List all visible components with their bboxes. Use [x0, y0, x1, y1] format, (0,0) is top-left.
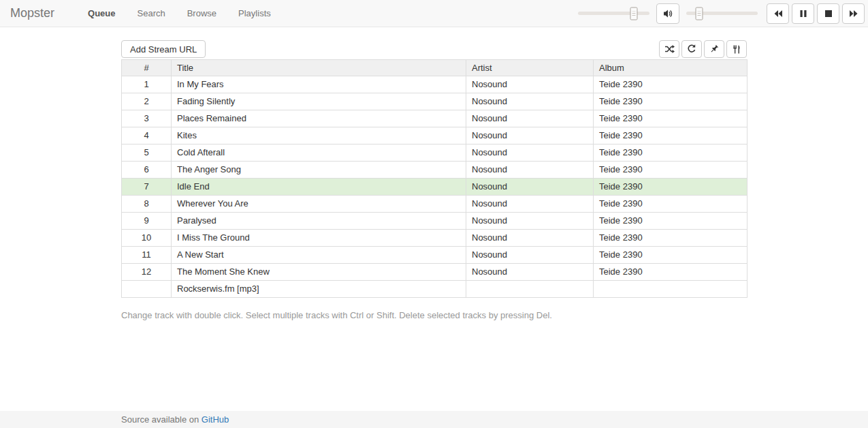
- app-brand[interactable]: Mopster: [0, 0, 65, 27]
- cell-album: Teide 2390: [594, 144, 748, 162]
- cell-number: [122, 281, 172, 298]
- track-row[interactable]: 6 The Anger Song Nosound Teide 2390: [122, 162, 748, 179]
- player-controls: [578, 0, 865, 27]
- cell-album: Teide 2390: [594, 127, 748, 144]
- cell-title: Rockserwis.fm [mp3]: [172, 281, 466, 298]
- cell-number: 9: [122, 213, 172, 230]
- track-row[interactable]: 4 Kites Nosound Teide 2390: [122, 127, 748, 144]
- volume-slider-handle[interactable]: [630, 7, 637, 20]
- cell-title: I Miss The Ground: [172, 230, 466, 247]
- track-row[interactable]: 12 The Moment She Knew Nosound Teide 239…: [122, 264, 748, 281]
- pin-icon: [709, 44, 719, 54]
- cell-artist: Nosound: [466, 230, 594, 247]
- queue-table-header-row: # Title Artist Album: [122, 60, 748, 76]
- cell-album: Teide 2390: [594, 93, 748, 110]
- cell-artist: Nosound: [466, 196, 594, 213]
- cell-number: 7: [122, 179, 172, 196]
- column-header-title: Title: [172, 60, 466, 76]
- shuffle-button[interactable]: [659, 40, 679, 58]
- next-icon: [849, 10, 858, 18]
- column-header-album: Album: [594, 60, 748, 76]
- track-row[interactable]: 8 Wherever You Are Nosound Teide 2390: [122, 196, 748, 213]
- track-row[interactable]: 3 Places Remained Nosound Teide 2390: [122, 110, 748, 127]
- stream-row[interactable]: Rockserwis.fm [mp3]: [122, 281, 748, 298]
- shuffle-icon: [664, 45, 675, 53]
- cell-artist: Nosound: [466, 76, 594, 93]
- pause-button[interactable]: [792, 3, 814, 24]
- cell-title: Places Remained: [172, 110, 466, 127]
- column-header-artist: Artist: [466, 60, 594, 76]
- add-stream-url-button[interactable]: Add Stream URL: [121, 40, 206, 58]
- nav-item-search[interactable]: Search: [127, 0, 176, 27]
- main-nav: Queue Search Browse Playlists: [77, 0, 282, 27]
- cell-number: 1: [122, 76, 172, 93]
- cell-title: Cold Afterall: [172, 144, 466, 162]
- playback-buttons: [767, 3, 865, 24]
- repeat-button[interactable]: [681, 40, 702, 58]
- track-row[interactable]: 7 Idle End Nosound Teide 2390: [122, 179, 748, 196]
- cell-artist: Nosound: [466, 127, 594, 144]
- cell-artist: Nosound: [466, 144, 594, 162]
- cell-album: Teide 2390: [594, 179, 748, 196]
- track-row[interactable]: 11 A New Start Nosound Teide 2390: [122, 247, 748, 264]
- cell-number: 2: [122, 93, 172, 110]
- cell-artist: Nosound: [466, 162, 594, 179]
- github-link[interactable]: GitHub: [202, 414, 229, 425]
- track-row[interactable]: 1 In My Fears Nosound Teide 2390: [122, 76, 748, 93]
- stop-button[interactable]: [817, 3, 839, 24]
- nav-item-browse[interactable]: Browse: [176, 0, 227, 27]
- cell-album: Teide 2390: [594, 264, 748, 281]
- cell-title: Idle End: [172, 179, 466, 196]
- volume-up-icon: [662, 9, 673, 18]
- cell-number: 3: [122, 110, 172, 127]
- cell-album: Teide 2390: [594, 110, 748, 127]
- cell-title: The Anger Song: [172, 162, 466, 179]
- track-row[interactable]: 2 Fading Silently Nosound Teide 2390: [122, 93, 748, 110]
- mute-button[interactable]: [656, 3, 679, 24]
- cell-number: 10: [122, 230, 172, 247]
- next-button[interactable]: [842, 3, 865, 24]
- cell-album: Teide 2390: [594, 196, 748, 213]
- previous-icon: [773, 10, 783, 18]
- cell-artist: Nosound: [466, 179, 594, 196]
- cell-title: Fading Silently: [172, 93, 466, 110]
- nav-item-playlists[interactable]: Playlists: [227, 0, 282, 27]
- cell-title: Kites: [172, 127, 466, 144]
- previous-button[interactable]: [767, 3, 789, 24]
- cell-artist: Nosound: [466, 213, 594, 230]
- cell-number: 8: [122, 196, 172, 213]
- cell-title: In My Fears: [172, 76, 466, 93]
- cell-number: 12: [122, 264, 172, 281]
- consume-button[interactable]: [726, 40, 747, 58]
- cell-album: Teide 2390: [594, 230, 748, 247]
- seek-slider[interactable]: [686, 12, 758, 15]
- seek-slider-handle[interactable]: [695, 7, 703, 20]
- cell-number: 6: [122, 162, 172, 179]
- cell-album: Teide 2390: [594, 213, 748, 230]
- queue-table-body: 1 In My Fears Nosound Teide 2390 2 Fadin…: [122, 76, 748, 298]
- pin-button[interactable]: [704, 40, 724, 58]
- navbar: Mopster Queue Search Browse Playlists: [0, 0, 868, 27]
- repeat-icon: [687, 44, 696, 54]
- cell-album: [594, 281, 748, 298]
- cell-artist: Nosound: [466, 110, 594, 127]
- cell-artist: [466, 281, 594, 298]
- track-row[interactable]: 9 Paralysed Nosound Teide 2390: [122, 213, 748, 230]
- cell-title: A New Start: [172, 247, 466, 264]
- cell-album: Teide 2390: [594, 247, 748, 264]
- consume-icon: [733, 45, 741, 54]
- nav-item-queue[interactable]: Queue: [77, 0, 126, 27]
- cell-title: Paralysed: [172, 213, 466, 230]
- track-row[interactable]: 10 I Miss The Ground Nosound Teide 2390: [122, 230, 748, 247]
- volume-slider[interactable]: [578, 12, 649, 15]
- cell-artist: Nosound: [466, 264, 594, 281]
- footer-text: Source available on: [121, 414, 202, 425]
- cell-artist: Nosound: [466, 247, 594, 264]
- stop-icon: [824, 10, 833, 18]
- queue-help-text: Change track with double click. Select m…: [121, 310, 747, 320]
- cell-number: 5: [122, 144, 172, 162]
- cell-album: Teide 2390: [594, 76, 748, 93]
- queue-page: Add Stream URL: [121, 40, 747, 320]
- cell-album: Teide 2390: [594, 162, 748, 179]
- track-row[interactable]: 5 Cold Afterall Nosound Teide 2390: [122, 144, 748, 162]
